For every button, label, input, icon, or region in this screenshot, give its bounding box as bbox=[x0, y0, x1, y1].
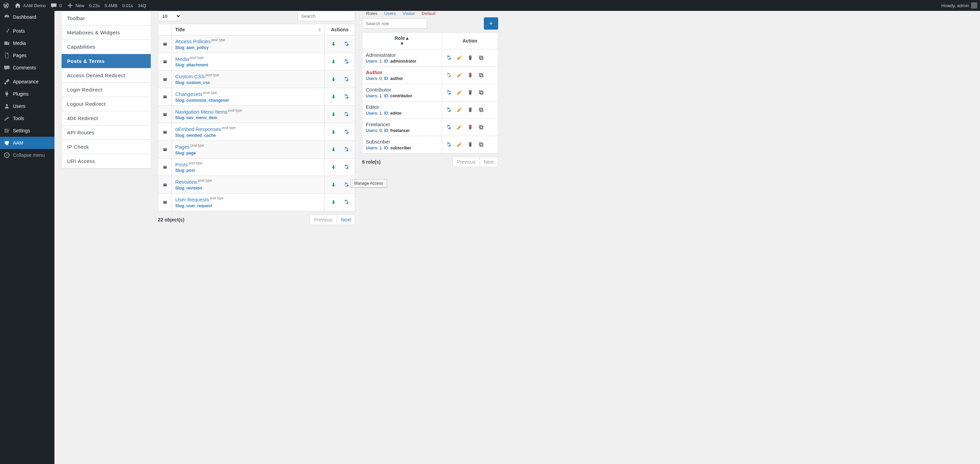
drill-down-icon[interactable] bbox=[331, 146, 337, 153]
howdy-user[interactable]: Howdy, admin bbox=[942, 2, 977, 8]
sidebar-item-comments[interactable]: Comments bbox=[0, 62, 54, 74]
aam-tab-ip-check[interactable]: IP Check bbox=[62, 140, 151, 154]
sidebar-item-collapse[interactable]: Collapse menu bbox=[0, 149, 54, 161]
archive-icon bbox=[162, 41, 168, 47]
clone-icon[interactable] bbox=[478, 124, 484, 130]
post-type-link[interactable]: Media bbox=[175, 56, 189, 62]
sidebar-item-dashboard[interactable]: Dashboard bbox=[0, 11, 54, 23]
trash-icon[interactable] bbox=[467, 141, 473, 148]
clone-icon[interactable] bbox=[478, 72, 484, 78]
drill-down-icon[interactable] bbox=[331, 94, 337, 100]
pencil-icon[interactable] bbox=[456, 72, 463, 78]
new-content[interactable]: New bbox=[67, 2, 84, 9]
roles-next-button[interactable]: Next bbox=[480, 157, 498, 167]
post-type-link[interactable]: Access Policies bbox=[175, 38, 211, 44]
gear-icon[interactable] bbox=[343, 76, 349, 82]
role-row: Subscriber Users: 1; ID: subscriber bbox=[363, 136, 498, 153]
gear-icon[interactable] bbox=[343, 182, 349, 188]
next-button[interactable]: Next bbox=[337, 215, 355, 225]
drill-down-icon[interactable] bbox=[331, 129, 337, 135]
sidebar-item-aam[interactable]: AAM bbox=[0, 137, 54, 149]
sidebar-item-tools[interactable]: Tools bbox=[0, 112, 54, 124]
site-name[interactable]: AAM Demo bbox=[14, 2, 46, 9]
drill-down-icon[interactable] bbox=[331, 182, 337, 188]
gear-icon[interactable] bbox=[343, 59, 349, 65]
clone-icon[interactable] bbox=[478, 55, 484, 61]
page-length-select[interactable]: 10 bbox=[158, 11, 181, 21]
post-type-link[interactable]: oEmbed Responses bbox=[175, 126, 221, 132]
post-type-link[interactable]: Revisions bbox=[175, 179, 197, 185]
col-title[interactable]: Title▲▼ bbox=[172, 24, 325, 35]
wp-logo[interactable] bbox=[3, 2, 10, 9]
search-input[interactable] bbox=[298, 11, 355, 21]
pencil-icon[interactable] bbox=[456, 141, 463, 148]
gear-icon[interactable] bbox=[445, 141, 452, 148]
drill-down-icon[interactable] bbox=[331, 59, 337, 65]
post-type-link[interactable]: Pages bbox=[175, 144, 190, 150]
roles-prev-button[interactable]: Previous bbox=[453, 157, 480, 167]
gear-icon[interactable] bbox=[445, 107, 452, 113]
pencil-icon[interactable] bbox=[456, 107, 463, 113]
post-type-link[interactable]: User Requests bbox=[175, 197, 209, 202]
post-type-link[interactable]: Posts bbox=[175, 161, 188, 167]
sidebar-item-settings[interactable]: Settings bbox=[0, 124, 54, 137]
pencil-icon[interactable] bbox=[456, 89, 463, 95]
drill-down-icon[interactable] bbox=[331, 199, 337, 205]
sidebar-item-plugins[interactable]: Plugins bbox=[0, 88, 54, 100]
gear-icon[interactable] bbox=[343, 146, 349, 153]
gear-icon[interactable] bbox=[445, 72, 452, 78]
gear-icon[interactable] bbox=[445, 89, 452, 95]
gear-icon[interactable] bbox=[343, 164, 349, 170]
aam-tab-logout-redirect[interactable]: Logout Redirect bbox=[62, 97, 151, 111]
aam-tab-uri-access[interactable]: URI Access bbox=[62, 154, 151, 168]
prev-button[interactable]: Previous bbox=[310, 215, 337, 225]
sidebar-item-posts[interactable]: Posts bbox=[0, 25, 54, 37]
aam-tab-toolbar[interactable]: Toolbar bbox=[62, 11, 151, 25]
gear-icon[interactable] bbox=[343, 199, 349, 205]
sidebar-item-users[interactable]: Users bbox=[0, 100, 54, 112]
trash-icon[interactable] bbox=[467, 107, 473, 113]
aam-tab-capabilities[interactable]: Capabilities bbox=[62, 40, 151, 54]
pencil-icon[interactable] bbox=[456, 124, 463, 130]
role-search-input[interactable] bbox=[362, 18, 427, 29]
drill-down-icon[interactable] bbox=[331, 111, 337, 118]
aam-tab-login-redirect[interactable]: Login Redirect bbox=[62, 83, 151, 97]
aam-tab-access-denied-redirect[interactable]: Access Denied Redirect bbox=[62, 68, 151, 83]
drill-down-icon[interactable] bbox=[331, 164, 337, 170]
trash-icon[interactable] bbox=[467, 124, 473, 130]
tab-roles[interactable]: Roles bbox=[366, 11, 377, 16]
trash-icon[interactable] bbox=[467, 89, 473, 95]
aam-tab-posts-terms[interactable]: Posts & Terms bbox=[62, 54, 151, 68]
sidebar-item-appearance[interactable]: Appearance bbox=[0, 76, 54, 88]
drill-down-icon[interactable] bbox=[331, 41, 337, 47]
gear-icon[interactable] bbox=[343, 41, 349, 47]
trash-icon[interactable] bbox=[467, 72, 473, 78]
aam-tab-404-redirect[interactable]: 404 Redirect bbox=[62, 111, 151, 126]
sidebar-item-media[interactable]: Media bbox=[0, 37, 54, 49]
aam-tab-api-routes[interactable]: API Routes bbox=[62, 126, 151, 140]
table-pager: Previous Next bbox=[310, 215, 355, 225]
gear-icon[interactable] bbox=[343, 94, 349, 100]
drill-down-icon[interactable] bbox=[331, 76, 337, 82]
tab-users[interactable]: Users bbox=[384, 11, 396, 16]
clone-icon[interactable] bbox=[478, 89, 484, 95]
clone-icon[interactable] bbox=[478, 141, 484, 148]
tab-default[interactable]: Default bbox=[422, 11, 436, 16]
aam-tab-metaboxes-widgets[interactable]: Metaboxes & Widgets bbox=[62, 25, 151, 40]
gear-icon[interactable] bbox=[343, 129, 349, 135]
trash-icon[interactable] bbox=[467, 55, 473, 61]
pencil-icon[interactable] bbox=[456, 55, 463, 61]
comments-count[interactable]: 0 bbox=[50, 2, 62, 9]
clone-icon[interactable] bbox=[478, 107, 484, 113]
sidebar-item-pages[interactable]: Pages bbox=[0, 49, 54, 62]
gear-icon[interactable] bbox=[343, 111, 349, 118]
post-type-link[interactable]: Navigation Menu Items bbox=[175, 108, 227, 114]
col-role[interactable]: Role▲▼ bbox=[363, 33, 442, 49]
tab-visitor[interactable]: Visitor bbox=[402, 11, 415, 16]
role-name: Administrator bbox=[366, 52, 438, 58]
gear-icon[interactable] bbox=[445, 124, 452, 130]
add-role-button[interactable]: + bbox=[484, 17, 498, 30]
gear-icon[interactable] bbox=[445, 55, 452, 61]
post-type-link[interactable]: Changesets bbox=[175, 91, 202, 97]
post-type-link[interactable]: Custom CSS bbox=[175, 73, 205, 79]
